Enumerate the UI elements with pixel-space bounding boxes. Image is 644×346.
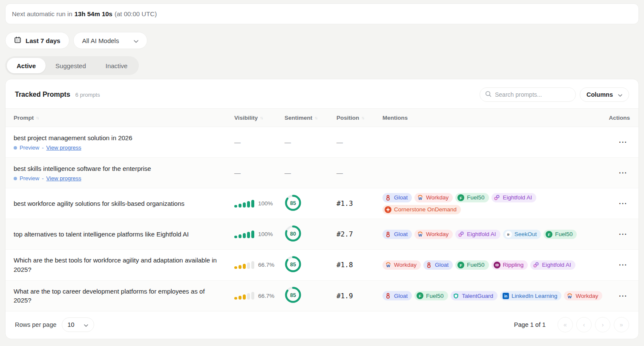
position-value: #1.8 (336, 261, 353, 269)
visibility-percent: 66.7% (258, 293, 274, 299)
column-header-visibility[interactable]: Visibility↑↓ (234, 115, 285, 121)
rippling-logo-icon (494, 262, 500, 268)
column-header-prompt[interactable]: Prompt↑↓ (14, 115, 234, 121)
table-row: Which are the best tools for workforce a… (6, 250, 638, 281)
cornerstone-logo-icon (385, 206, 391, 213)
gloat-logo-icon (426, 262, 432, 268)
row-actions-button[interactable]: ··· (616, 167, 630, 178)
chevron-left-icon: ‹ (583, 321, 585, 328)
rows-per-page-select[interactable]: 10 (62, 317, 94, 332)
ai-model-filter-label: All AI Models (82, 37, 119, 44)
column-header-sentiment[interactable]: Sentiment↑↓ (285, 115, 336, 121)
svg-text:W: W (418, 196, 422, 201)
sort-icon[interactable]: ↑↓ (361, 115, 364, 120)
filter-row: Last 7 days All AI Models (5, 32, 639, 49)
row-actions-button[interactable]: ··· (616, 260, 630, 270)
search-input[interactable] (495, 91, 570, 98)
row-actions-button[interactable]: ··· (616, 291, 630, 301)
date-range-button[interactable]: Last 7 days (5, 32, 69, 49)
row-actions-button[interactable]: ··· (616, 198, 630, 209)
mention-eightfold: Eightfold AI (492, 193, 536, 202)
sentiment-cell: 85 (285, 256, 336, 274)
prompt-text: top alternatives to talent intelligence … (14, 230, 217, 239)
mention-label: Workday (575, 293, 598, 299)
prompt-text: What are the top career development plat… (14, 287, 217, 306)
table-row: best skills intelligence software for th… (6, 158, 638, 188)
next-page-button[interactable]: › (595, 317, 610, 332)
eightfold-logo-icon (494, 194, 500, 201)
mention-linkedin_learning: inLinkedIn Learning (500, 291, 561, 300)
tab-active-label: Active (17, 62, 36, 69)
double-chevron-left-icon: « (564, 321, 567, 328)
card-header: Tracked Prompts 6 prompts Columns (6, 79, 638, 108)
ai-model-filter-button[interactable]: All AI Models (73, 32, 147, 49)
chevron-right-icon: › (602, 321, 604, 328)
svg-text:F: F (460, 262, 463, 267)
mention-label: Fuel50 (467, 262, 484, 268)
first-page-button[interactable]: « (558, 317, 573, 332)
sentiment-cell: 80 (285, 225, 336, 244)
preview-dot-icon (14, 146, 17, 150)
rows-per-page-label: Rows per page (15, 321, 57, 328)
mentions-cell (382, 169, 604, 177)
tracked-prompts-card: Tracked Prompts 6 prompts Columns (5, 79, 639, 339)
view-progress-link[interactable]: View progress (46, 175, 81, 182)
sort-icon[interactable]: ↑↓ (260, 115, 262, 120)
tab-active[interactable]: Active (7, 58, 46, 73)
tab-inactive[interactable]: Inactive (96, 58, 138, 73)
svg-text:F: F (548, 232, 550, 236)
mention-fuel50: FFuel50 (543, 230, 577, 239)
eightfold-logo-icon (457, 231, 464, 238)
fuel50-logo-icon: F (457, 262, 464, 268)
mention-label: Gloat (394, 293, 408, 299)
column-header-prompt-label: Prompt (14, 115, 34, 121)
gloat-logo-icon (385, 194, 391, 201)
svg-text:in: in (504, 294, 507, 298)
prompt-status: Preview - View progress (14, 175, 217, 182)
chevron-down-icon (134, 37, 138, 44)
mentions-cell (382, 138, 604, 147)
row-actions-button[interactable]: ··· (616, 137, 630, 147)
mention-label: Eightfold AI (542, 262, 571, 268)
sort-icon[interactable]: ↑↓ (36, 115, 38, 120)
workday-logo-icon: W (566, 292, 573, 299)
mention-workday: WWorkday (414, 230, 453, 239)
tab-suggested[interactable]: Suggested (46, 58, 96, 73)
table-row: What are the top career development plat… (6, 281, 638, 312)
visibility-bars-icon (234, 200, 254, 208)
prompt-text: best project management solution in 2026 (14, 133, 217, 143)
sentiment-ring: 80 (285, 236, 302, 243)
view-progress-link[interactable]: View progress (46, 144, 81, 151)
columns-button-label: Columns (586, 91, 613, 98)
mention-label: Cornerstone OnDemand (394, 206, 457, 213)
sort-icon[interactable]: ↑↓ (314, 115, 317, 120)
visibility-bars-icon (234, 231, 254, 238)
mentions-cell: GloatFFuel50TalentGuardinLinkedIn Learni… (382, 287, 604, 305)
mention-fuel50: FFuel50 (455, 260, 489, 270)
columns-button[interactable]: Columns (580, 87, 629, 102)
last-page-button[interactable]: » (614, 317, 629, 332)
column-header-actions-label: Actions (609, 115, 630, 121)
visibility-bars-icon (234, 292, 254, 300)
next-run-suffix: (at 00:00 UTC) (115, 10, 157, 17)
gloat-logo-icon (385, 292, 391, 299)
column-header-position[interactable]: Position↑↓ (336, 115, 382, 121)
svg-text:›: › (509, 232, 510, 236)
mention-label: TalentGuard (462, 293, 494, 299)
previous-page-button[interactable]: ‹ (576, 317, 592, 332)
pagination: Page 1 of 1 « ‹ › » (514, 317, 629, 332)
sentiment-ring: 85 (285, 297, 302, 305)
mention-label: Gloat (394, 231, 408, 237)
empty-sentiment: — (285, 169, 291, 176)
sentiment-cell: 85 (285, 194, 336, 213)
empty-sentiment: — (285, 138, 291, 146)
workday-logo-icon: W (385, 262, 391, 268)
search-box[interactable] (480, 87, 576, 102)
mentions-cell: GloatWWorkdayFFuel50Eightfold AICornerst… (382, 189, 604, 219)
chevron-down-icon (618, 91, 622, 98)
svg-text:W: W (568, 294, 572, 299)
mentions-cell: WWorkdayGloatFFuel50RipplingEightfold AI (382, 256, 604, 274)
svg-text:85: 85 (290, 292, 296, 298)
column-header-position-label: Position (336, 115, 359, 121)
row-actions-button[interactable]: ··· (616, 229, 630, 239)
